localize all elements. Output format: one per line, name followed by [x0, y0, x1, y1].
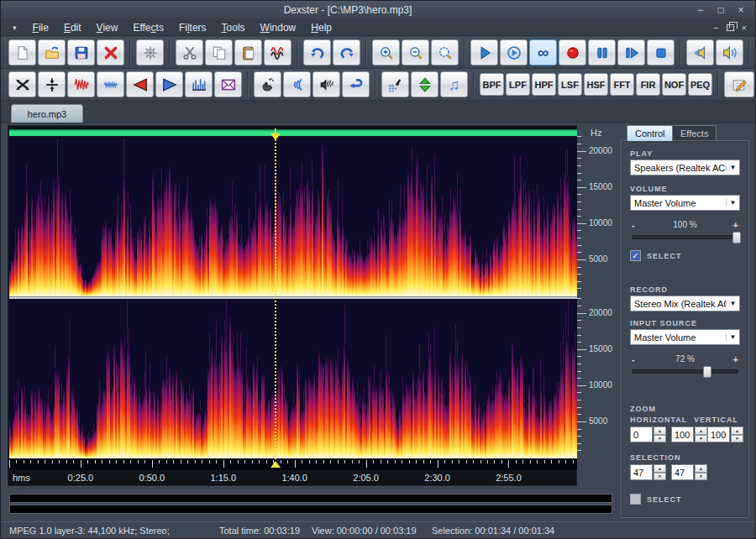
input-source-dropdown[interactable]: Master Volume ▼: [630, 329, 740, 345]
new-file-button[interactable]: [8, 39, 36, 65]
undo-button[interactable]: [303, 39, 331, 65]
volume-slider[interactable]: [632, 235, 738, 239]
spin-up-icon[interactable]: ▲: [695, 426, 707, 435]
spin-down-icon[interactable]: ▼: [654, 435, 666, 443]
close-file-button[interactable]: [97, 39, 124, 65]
play-pause-button[interactable]: [617, 39, 645, 65]
record-device-dropdown[interactable]: Stereo Mix (Realtek AC97 A ▼: [630, 296, 740, 311]
tab-effects[interactable]: Effects: [672, 125, 717, 141]
stop-button[interactable]: [647, 39, 675, 65]
fade-out-button[interactable]: [155, 71, 183, 97]
spectrogram-channel-right[interactable]: [9, 299, 577, 458]
zoom-in-button[interactable]: [372, 39, 400, 65]
noise-button[interactable]: [312, 71, 340, 97]
input-slider-knob[interactable]: [703, 366, 711, 378]
input-plus-button[interactable]: +: [733, 354, 738, 364]
mdi-close-icon[interactable]: ×: [742, 23, 747, 33]
menu-effects[interactable]: Effects: [125, 22, 171, 34]
resample-button[interactable]: [411, 71, 438, 97]
envelope-button[interactable]: [214, 71, 242, 97]
play-select-checkbox[interactable]: ✓: [630, 250, 641, 261]
menu-view[interactable]: View: [89, 22, 126, 34]
volume-down-button[interactable]: [686, 39, 714, 65]
filter-bpf-button[interactable]: BPF: [480, 73, 504, 96]
reverse-button[interactable]: [342, 71, 370, 97]
center-wave-button[interactable]: [38, 71, 66, 97]
attenuate-button[interactable]: [97, 71, 124, 97]
paste-button[interactable]: [234, 39, 262, 65]
tab-control[interactable]: Control: [627, 125, 673, 141]
filter-lpf-button[interactable]: LPF: [506, 73, 530, 96]
tab-hero-mp3[interactable]: hero.mp3: [11, 104, 83, 123]
spin-up-icon[interactable]: ▲: [654, 426, 666, 435]
zoom-v-input[interactable]: [707, 426, 730, 442]
time-ruler[interactable]: [9, 459, 577, 470]
close-icon[interactable]: ×: [735, 4, 747, 16]
spin-down-icon[interactable]: ▼: [695, 435, 707, 443]
filter-hsf-button[interactable]: HSF: [584, 73, 608, 96]
menu-filters[interactable]: Filters: [171, 22, 214, 34]
zoom-out-button[interactable]: [402, 39, 429, 65]
spin-down-icon[interactable]: ▼: [731, 435, 743, 443]
menu-help[interactable]: Help: [303, 22, 339, 34]
play-device-dropdown[interactable]: Speakers (Realtek AC97 Au ▼: [630, 160, 740, 175]
copy-button[interactable]: [205, 39, 233, 65]
window-title: Dexster - [C:\MP3\hero.mp3]: [1, 4, 695, 16]
filter-fir-button[interactable]: FIR: [636, 73, 660, 96]
normalize-button[interactable]: [185, 71, 213, 97]
filter-peq-button[interactable]: PEQ: [688, 73, 712, 96]
volume-device-dropdown[interactable]: Master Volume ▼: [630, 195, 740, 211]
zoom-h-end-input[interactable]: [671, 426, 694, 442]
loop-button[interactable]: ∞: [529, 39, 557, 65]
filter-fft-button[interactable]: FFT: [610, 73, 634, 96]
echo-button[interactable]: [283, 71, 311, 97]
menu-tools[interactable]: Tools: [214, 22, 253, 34]
mdi-restore-icon[interactable]: [727, 24, 734, 31]
selection-start-input[interactable]: [630, 464, 653, 480]
minimize-icon[interactable]: −: [695, 4, 706, 16]
redo-button[interactable]: [333, 39, 360, 65]
play-all-button[interactable]: [500, 39, 528, 65]
cut-button[interactable]: [176, 39, 203, 65]
play-select-row: ✓ SELECT: [630, 250, 682, 261]
filter-lsf-button[interactable]: LSF: [558, 73, 582, 96]
selection-end-input[interactable]: [671, 464, 694, 480]
edit-notes-button[interactable]: [724, 71, 754, 97]
menu-file[interactable]: File: [25, 22, 56, 34]
fade-in-button[interactable]: [126, 71, 154, 97]
selection-bar[interactable]: [9, 129, 577, 136]
save-file-button[interactable]: [67, 39, 95, 65]
record-button[interactable]: [559, 39, 586, 65]
play-button[interactable]: [470, 39, 498, 65]
spin-up-icon[interactable]: ▲: [731, 426, 743, 435]
zoom-h-start-input[interactable]: [630, 426, 653, 442]
vibrato-button[interactable]: [254, 71, 281, 97]
maximize-icon[interactable]: □: [715, 4, 727, 16]
volume-slider-knob[interactable]: [732, 232, 741, 243]
id3-tag-button[interactable]: ♫: [440, 71, 468, 97]
spectrogram-channel-left[interactable]: [9, 137, 577, 296]
waveform-button[interactable]: [264, 39, 291, 65]
filter-hpf-button[interactable]: HPF: [532, 73, 556, 96]
system-menu-icon[interactable]: ▾: [1, 24, 25, 32]
pause-button[interactable]: [588, 39, 616, 65]
mdi-minimize-icon[interactable]: −: [713, 23, 718, 33]
menu-edit[interactable]: Edit: [56, 22, 89, 34]
settings-button[interactable]: [136, 39, 164, 65]
menu-window[interactable]: Window: [253, 22, 304, 34]
amplify-button[interactable]: [67, 71, 95, 97]
convert-format-button[interactable]: [381, 71, 409, 97]
volume-up-button[interactable]: [716, 39, 743, 65]
spin-up-icon[interactable]: ▲: [695, 464, 707, 473]
volume-plus-button[interactable]: +: [733, 220, 738, 230]
filter-nof-button[interactable]: NOF: [662, 73, 686, 96]
record-select-checkbox[interactable]: [630, 494, 641, 505]
input-slider[interactable]: [632, 369, 738, 374]
spin-down-icon[interactable]: ▼: [654, 473, 666, 481]
zoom-selection-button[interactable]: [431, 39, 459, 65]
spin-up-icon[interactable]: ▲: [654, 464, 666, 473]
swap-channels-button[interactable]: [8, 71, 36, 97]
spin-down-icon[interactable]: ▼: [695, 473, 707, 481]
open-file-button[interactable]: [38, 39, 66, 65]
playhead-triangle-bottom[interactable]: [270, 461, 281, 468]
